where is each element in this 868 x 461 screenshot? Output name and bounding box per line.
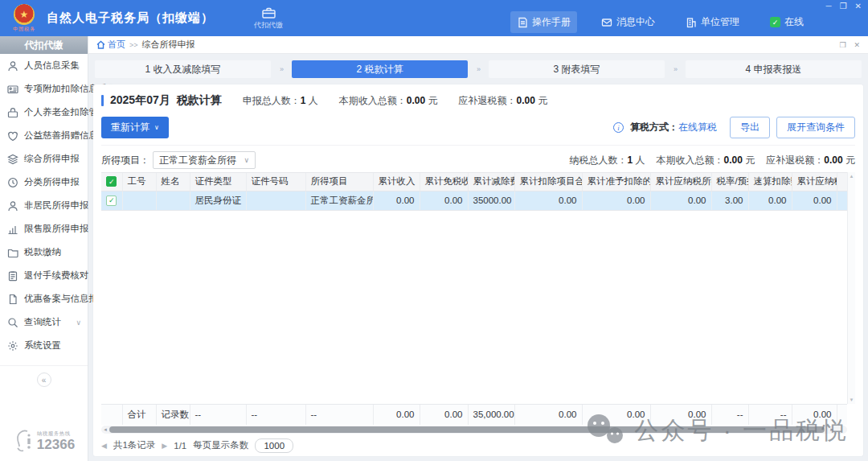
card-header: 2025年07月 税款计算 申报总人数：1 人本期收入总额：0.00 元应补退税… bbox=[101, 91, 855, 110]
panel-restore-icon[interactable]: ❒ bbox=[839, 41, 845, 49]
breadcrumb-home-link[interactable]: 首页 bbox=[96, 39, 125, 51]
per-page-input[interactable]: 1000 bbox=[255, 438, 293, 453]
recalculate-button[interactable]: 重新计算 ∨ bbox=[101, 117, 169, 138]
stat-0: 纳税总人数：1 人 bbox=[570, 154, 645, 167]
sidebar-item-label: 综合所得申报 bbox=[24, 153, 80, 165]
table-cell: 35000.00 bbox=[468, 191, 514, 210]
table-cell: 0.00 bbox=[582, 191, 650, 210]
scroll-right-icon[interactable]: ▸ bbox=[828, 426, 836, 433]
sidebar-item-preferential-filing-info[interactable]: 优惠备案与信息报送∨ bbox=[0, 287, 88, 311]
total-cell: -- bbox=[190, 405, 246, 425]
column-header: 证件类型 bbox=[190, 173, 246, 191]
org-icon bbox=[686, 17, 697, 28]
gear-icon bbox=[7, 340, 18, 352]
hscroll-thumb[interactable] bbox=[109, 426, 825, 433]
export-button[interactable]: 导出 bbox=[730, 117, 770, 138]
titlebar-menu-item[interactable]: ✓在线 bbox=[764, 11, 810, 33]
total-cell: 0.00 bbox=[582, 405, 650, 425]
sidebar-item-label: 人员信息采集 bbox=[24, 60, 80, 72]
sidebar-item-personnel-info-collection[interactable]: 人员信息采集 bbox=[0, 54, 88, 77]
row-checkbox[interactable]: ✓ bbox=[106, 196, 117, 206]
income-item-selected-value: 正常工资薪金所得 bbox=[159, 154, 236, 167]
titlebar-menu: 操作手册消息中心单位管理✓在线 bbox=[510, 11, 810, 33]
step-tab-1[interactable]: 1 收入及减除填写 bbox=[95, 60, 271, 78]
next-page-icon[interactable]: ▶ bbox=[162, 442, 167, 450]
folder-icon bbox=[7, 247, 18, 258]
step-separator-icon: » bbox=[468, 65, 489, 73]
column-header: 工号 bbox=[122, 173, 156, 191]
title-accent-bar bbox=[101, 95, 104, 106]
total-cell: -- bbox=[748, 405, 792, 425]
sidebar-item-comprehensive-income-declaration[interactable]: 综合所得申报 bbox=[0, 147, 88, 171]
hotline-logo: 纳税服务热线 12366 bbox=[0, 429, 88, 453]
vertical-scrollbar[interactable]: ▲ ▼ bbox=[847, 172, 855, 404]
tax-period: 2025年07月 bbox=[110, 93, 170, 108]
column-header: 累计扣除项目合计 bbox=[514, 173, 582, 191]
clock-icon bbox=[7, 177, 18, 188]
titlebar-menu-item[interactable]: 操作手册 bbox=[510, 11, 577, 33]
titlebar-menu-item[interactable]: 消息中心 bbox=[595, 11, 661, 33]
sidebar: 代扣代缴 人员信息采集专项附加扣除信息采集个人养老金扣除管理公益慈善捐赠信息采集… bbox=[0, 36, 88, 461]
recalculate-label: 重新计算 bbox=[111, 121, 149, 134]
table-zone: ✓工号姓名证件类型证件号码所得项目累计收入累计免税收入累计减除费用累计扣除项目合… bbox=[101, 172, 855, 404]
scroll-up-icon[interactable]: ▲ bbox=[850, 174, 854, 179]
sidebar-item-query-statistics[interactable]: 查询统计∨ bbox=[0, 311, 88, 334]
sidebar-item-charity-donation-info[interactable]: 公益慈善捐赠信息采集 bbox=[0, 124, 88, 147]
menu-item-label: 单位管理 bbox=[701, 15, 739, 29]
sidebar-item-tax-payment[interactable]: 税款缴纳 bbox=[0, 241, 88, 264]
hotline-headset-icon bbox=[13, 429, 34, 453]
donation-icon bbox=[7, 130, 18, 142]
sidebar-item-label: 系统设置 bbox=[24, 340, 61, 352]
stat-1: 本期收入总额：0.00 元 bbox=[339, 94, 438, 108]
table-header-row: ✓工号姓名证件类型证件号码所得项目累计收入累计免税收入累计减除费用累计扣除项目合… bbox=[101, 173, 847, 191]
sidebar-item-refund-fee-check[interactable]: 退付手续费核对 bbox=[0, 264, 88, 287]
step-tab-2[interactable]: 2 税款计算 bbox=[292, 60, 468, 78]
sidebar-item-nonresident-income-declaration[interactable]: 非居民所得申报 bbox=[0, 194, 88, 217]
expand-query-button[interactable]: 展开查询条件 bbox=[776, 117, 855, 138]
table-cell bbox=[122, 191, 156, 210]
close-icon[interactable]: ✕ bbox=[855, 2, 862, 10]
sidebar-item-system-settings[interactable]: 系统设置 bbox=[0, 334, 88, 357]
total-cell: 0.00 bbox=[792, 405, 837, 425]
scroll-down-icon[interactable]: ▼ bbox=[850, 397, 854, 402]
page-title: 税款计算 bbox=[177, 93, 222, 108]
logo-caption: 中国税务 bbox=[13, 26, 35, 33]
table-row[interactable]: ✓居民身份证正常工资薪金所得0.000.0035000.000.000.000.… bbox=[101, 191, 847, 210]
column-header: 姓名 bbox=[156, 173, 190, 191]
sidebar-item-label: 退付手续费核对 bbox=[24, 270, 89, 282]
sidebar-item-special-additional-deduction[interactable]: 专项附加扣除信息采集 bbox=[0, 77, 88, 101]
titlebar-menu-item[interactable]: 单位管理 bbox=[679, 11, 746, 33]
panel-close-icon[interactable]: ✕ bbox=[854, 41, 860, 49]
horizontal-scrollbar[interactable]: ◂ ▸ bbox=[101, 426, 847, 434]
checkbox-cell: ✓ bbox=[101, 191, 122, 210]
sidebar-item-restricted-stock-declaration[interactable]: 限售股所得申报 bbox=[0, 217, 88, 241]
step-tab-3[interactable]: 3 附表填写 bbox=[489, 60, 665, 78]
scroll-left-icon[interactable]: ◂ bbox=[101, 426, 109, 433]
total-cell: 35,000.00 bbox=[468, 405, 514, 425]
briefcase-icon bbox=[262, 7, 276, 19]
column-header: 累计收入 bbox=[373, 173, 420, 191]
titlebar: ─ ❐ ✕ ★ 中国税务 自然人电子税务局（扣缴端） 代扣代缴 操作手册消息中心… bbox=[0, 0, 868, 36]
person-icon bbox=[7, 60, 18, 72]
step-tab-4[interactable]: 4 申报表报送 bbox=[686, 60, 862, 78]
prev-page-icon[interactable]: ◀ bbox=[101, 442, 107, 450]
tax-mode-link[interactable]: 在线算税 bbox=[678, 121, 717, 133]
column-header: 累计减除费用 bbox=[468, 173, 514, 191]
table-cell bbox=[837, 191, 847, 210]
tab-withholding[interactable]: 代扣代缴 bbox=[246, 4, 291, 32]
sidebar-collapse-button[interactable]: « bbox=[37, 373, 51, 387]
select-all-checkbox[interactable]: ✓ bbox=[106, 176, 117, 187]
column-header: 累计 bbox=[837, 173, 847, 191]
income-item-select[interactable]: 正常工资薪金所得 ∨ bbox=[153, 151, 256, 169]
sidebar-item-personal-pension-deduction[interactable]: 个人养老金扣除管理 bbox=[0, 101, 88, 124]
hotline-number: 12366 bbox=[37, 438, 75, 451]
minimize-icon[interactable]: ─ bbox=[826, 2, 832, 10]
breadcrumb-current: 综合所得申报 bbox=[142, 39, 195, 51]
restore-icon[interactable]: ❐ bbox=[840, 2, 847, 10]
income-item-label: 所得项目： bbox=[101, 154, 149, 167]
total-cell bbox=[837, 405, 847, 425]
table-cell: 0.00 bbox=[420, 191, 468, 210]
sidebar-item-classified-income-declaration[interactable]: 分类所得申报 bbox=[0, 171, 88, 194]
sidebar-item-label: 限售股所得申报 bbox=[24, 223, 89, 235]
per-page-label: 每页显示条数 bbox=[193, 439, 248, 451]
